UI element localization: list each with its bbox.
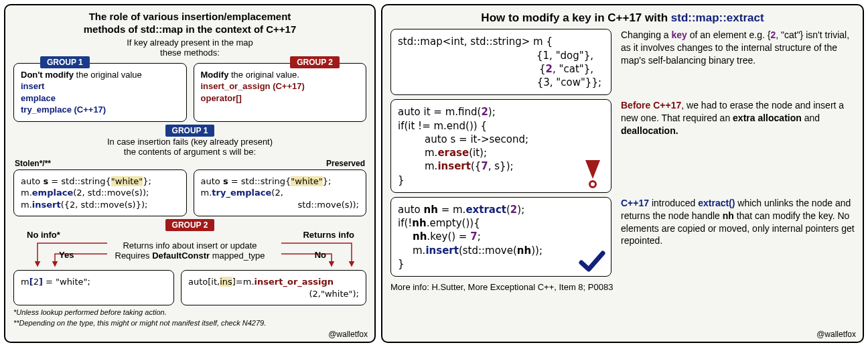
stolen-label: Stolen*/** — [15, 159, 51, 168]
code-operator-brackets: m[2] = "white"; — [13, 270, 174, 305]
no-label: No — [315, 250, 326, 260]
code-stolen: auto s = std::string{"white"}; m.emplace… — [13, 169, 187, 217]
text-intro: Changing a key of an element e.g. {2, "c… — [621, 29, 855, 95]
group1-box: Don't modify the original value insert e… — [13, 63, 187, 122]
returnsinfo-label: Returns info — [303, 230, 354, 240]
left-title-l1: The role of various insertion/emplacemen… — [89, 11, 291, 22]
credit-right: @walletfox — [816, 330, 856, 339]
left-subtitle: If key already present in the map these … — [13, 38, 366, 58]
code-insert-or-assign: auto[it,ins]=m.insert_or_assign (2,"whit… — [181, 270, 366, 305]
method-try-emplace: try_emplace (C++17) — [21, 105, 106, 115]
footnote-1: *Unless lookup performed before taking a… — [13, 308, 366, 316]
more-info: More info: H.Sutter, More Exceptional C+… — [390, 282, 855, 292]
group2-box: Modify the original value. insert_or_ass… — [194, 63, 367, 122]
method-emplace: emplace — [21, 93, 56, 103]
right-panel: How to modify a key in C++17 with std::m… — [381, 4, 864, 343]
exclamation-icon — [581, 159, 604, 188]
check-icon — [579, 249, 605, 273]
group2-tag-2: GROUP 2 — [165, 219, 215, 231]
left-title-l2: methods of std::map in the context of C+… — [84, 23, 297, 35]
group2-tag: GROUP 2 — [290, 56, 340, 68]
code-preserved: auto s = std::string{"white"}; m.try_emp… — [194, 169, 367, 217]
preserved-label: Preserved — [326, 159, 365, 168]
code-map-def: std::map<int, std::string> m { {1, "dog"… — [390, 29, 611, 95]
group1-tag-2: GROUP 1 — [165, 125, 215, 137]
footnote-2: **Depending on the type, this might or m… — [13, 319, 366, 327]
left-panel: The role of various insertion/emplacemen… — [4, 4, 376, 343]
credit-left: @walletfox — [328, 330, 368, 339]
code-cpp17-extract: auto nh = m.extract(2); if(!nh.empty()){… — [390, 197, 611, 277]
text-before: Before C++17, we had to erase the node a… — [621, 99, 855, 193]
method-insert: insert — [21, 81, 44, 91]
method-operator-brackets: operator[] — [201, 93, 242, 103]
group1-tag: GROUP 1 — [40, 56, 90, 68]
right-title: How to modify a key in C++17 with std::m… — [390, 11, 855, 25]
text-cpp17: C++17 introduced extract() which unlinks… — [621, 197, 855, 277]
yes-label: Yes — [59, 250, 74, 260]
method-insert-or-assign: insert_or_assign (C++17) — [201, 81, 305, 91]
noinfo-label: No info* — [27, 230, 60, 240]
code-before-cpp17: auto it = m.find(2); if(it != m.end()) {… — [390, 99, 611, 193]
g1-caption: In case insertion fails (key already pre… — [13, 137, 366, 157]
left-title: The role of various insertion/emplacemen… — [13, 11, 366, 36]
svg-point-0 — [590, 181, 596, 187]
